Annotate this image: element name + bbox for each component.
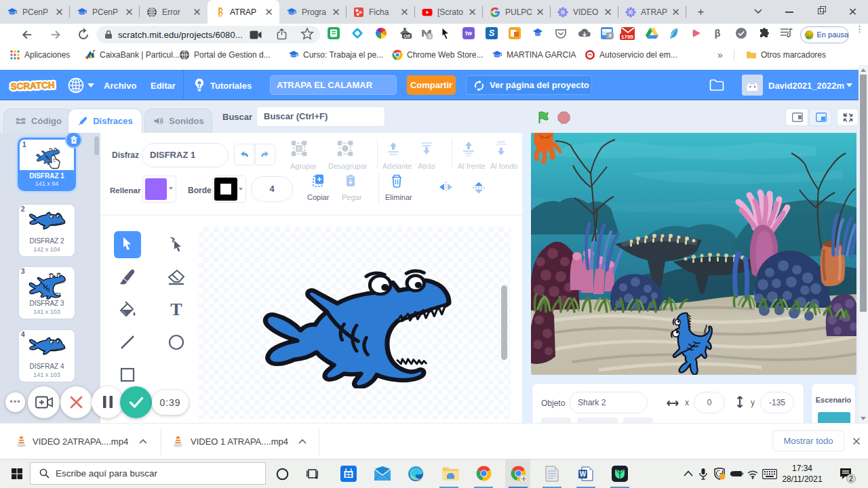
- svg-text:W: W: [580, 470, 587, 478]
- svg-text:SCRATCH: SCRATCH: [10, 80, 54, 92]
